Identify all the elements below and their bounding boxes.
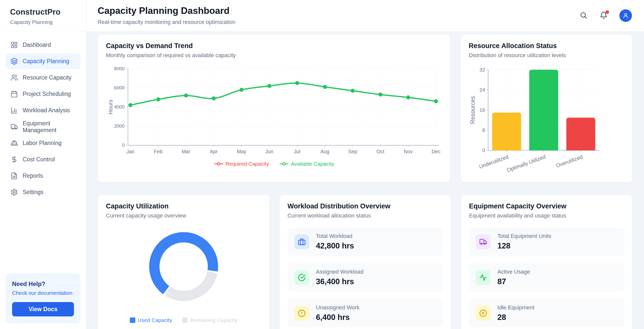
- data-point: [406, 95, 410, 99]
- search-button[interactable]: [579, 11, 588, 20]
- check-circle-icon: [294, 270, 309, 285]
- x-tick-label: Aug: [320, 149, 329, 154]
- pause-circle-icon: [476, 306, 491, 321]
- data-point: [129, 103, 133, 107]
- stat-unassigned-work: Unassigned Work 6,400 hrs: [288, 299, 443, 327]
- legend-available-capacity[interactable]: Available Capacity: [279, 161, 334, 167]
- file-icon: [11, 172, 18, 179]
- data-point: [323, 85, 327, 89]
- notifications-button[interactable]: [599, 11, 608, 20]
- sidebar-item-labor-planning[interactable]: Labor Planning: [6, 135, 80, 151]
- sidebar-item-resource-capacity[interactable]: Resource Capacity: [6, 70, 80, 86]
- sidebar-item-project-scheduling[interactable]: Project Scheduling: [6, 86, 80, 102]
- notification-dot: [606, 10, 609, 14]
- activity-icon: [476, 270, 491, 285]
- y-tick-label: 4000: [114, 104, 125, 109]
- data-point: [184, 94, 188, 98]
- y-axis-label: Hours: [107, 100, 114, 114]
- sidebar-item-workload-analysis[interactable]: Workload Analysis: [6, 102, 80, 118]
- x-tick-label: Feb: [154, 149, 163, 154]
- header-text: Capacity Planning Dashboard Real-time ca…: [98, 6, 235, 25]
- sidebar-item-dashboard[interactable]: Dashboard: [6, 37, 80, 53]
- x-tick-label: Jul: [294, 149, 300, 154]
- stat-value: 128: [497, 241, 551, 250]
- y-tick-label: 2000: [114, 123, 125, 129]
- data-point: [267, 84, 271, 88]
- y-tick-label: 24: [479, 87, 485, 93]
- card-subtitle: Current capacity usage overview: [106, 212, 261, 219]
- y-tick-label: 0: [122, 142, 125, 148]
- card-subtitle: Distribution of resource utilization lev…: [469, 52, 624, 59]
- card-title: Capacity vs Demand Trend: [106, 42, 442, 50]
- y-tick-label: 32: [479, 67, 485, 72]
- app-root: ConstructPro Capacity Planning Dashboard…: [0, 0, 644, 329]
- sidebar-item-capacity-planning[interactable]: Capacity Planning: [6, 53, 80, 69]
- stat-label: Unassigned Work: [316, 304, 359, 311]
- data-point: [378, 93, 382, 97]
- capacity-utilization-card: Capacity Utilization Current capacity us…: [98, 195, 270, 329]
- view-docs-button[interactable]: View Docs: [12, 302, 74, 316]
- sidebar-item-equipment-management[interactable]: Equipment Management: [6, 119, 80, 135]
- sidebar-item-label: Workload Analysis: [23, 107, 70, 114]
- stat-label: Total Equipment Units: [497, 233, 551, 239]
- legend-used-capacity[interactable]: Used Capacity: [130, 317, 172, 323]
- bar-chart: 08162432ResourcesUnderutilizedOptimally …: [469, 65, 624, 175]
- legend-swatch: [182, 317, 188, 323]
- x-tick-label: Sep: [348, 149, 357, 154]
- legend-required-capacity[interactable]: Required Capacity: [214, 161, 269, 167]
- data-point: [295, 81, 299, 85]
- app-logo: ConstructPro Capacity Planning: [0, 0, 86, 32]
- truck-icon: [11, 123, 18, 130]
- x-tick-label: Jan: [126, 149, 134, 154]
- sidebar-item-label: Resource Capacity: [23, 74, 71, 81]
- gear-icon: [11, 189, 18, 196]
- help-title: Need Help?: [12, 280, 74, 287]
- card-title: Workload Distribution Overview: [288, 202, 443, 210]
- stat-value: 87: [497, 277, 530, 286]
- stat-total-equipment: Total Equipment Units 128: [469, 228, 624, 256]
- users-icon: [11, 74, 18, 81]
- card-subtitle: Current workload allocation status: [288, 212, 443, 219]
- data-point: [351, 89, 355, 93]
- y-tick-label: 8: [482, 127, 485, 133]
- layers-icon: [11, 58, 18, 65]
- sidebar: ConstructPro Capacity Planning Dashboard…: [0, 0, 86, 329]
- data-point: [434, 99, 438, 103]
- card-subtitle: Monthly comparison of required vs availa…: [106, 52, 442, 59]
- dashboard-content: Capacity vs Demand Trend Monthly compari…: [86, 32, 644, 329]
- dollar-icon: [11, 156, 18, 163]
- y-axis-label: Resources: [469, 96, 476, 124]
- stat-value: 36,400 hrs: [316, 277, 364, 286]
- user-avatar[interactable]: [619, 9, 632, 22]
- sidebar-item-label: Equipment Management: [23, 120, 75, 134]
- stat-idle-equipment: Idle Equipment 28: [469, 299, 624, 327]
- x-tick-label: Apr: [210, 149, 218, 154]
- donut-hole: [159, 242, 208, 291]
- card-title: Equipment Capacity Overview: [469, 202, 624, 210]
- sidebar-item-label: Settings: [23, 189, 44, 196]
- legend-marker: [214, 162, 223, 166]
- search-icon: [580, 11, 587, 19]
- x-tick-label: Nov: [404, 149, 413, 154]
- calendar-icon: [11, 90, 18, 98]
- header: Capacity Planning Dashboard Real-time ca…: [86, 0, 644, 32]
- header-actions: [579, 9, 632, 22]
- data-point: [212, 96, 216, 100]
- legend-remaining-capacity[interactable]: Remaining Capacity: [182, 317, 237, 323]
- donut-legend: Used CapacityRemaining Capacity: [106, 317, 261, 323]
- series-line: [131, 83, 436, 105]
- hard-hat-icon: [11, 139, 18, 147]
- app-name: ConstructPro: [10, 8, 76, 17]
- data-point: [156, 97, 160, 101]
- sidebar-item-reports[interactable]: Reports: [6, 168, 80, 184]
- user-icon: [622, 12, 629, 19]
- sidebar-item-cost-control[interactable]: Cost Control: [6, 152, 80, 167]
- sidebar-item-settings[interactable]: Settings: [6, 184, 80, 200]
- bar-overutilized: [566, 118, 595, 150]
- page-subtitle: Real-time capacity monitoring and resour…: [98, 19, 235, 25]
- data-point: [239, 88, 244, 92]
- y-tick-label: 6000: [114, 85, 125, 90]
- bar-chart-icon: [11, 107, 18, 114]
- sidebar-item-label: Cost Control: [23, 156, 55, 163]
- help-subtitle: Check our documentation: [12, 290, 74, 296]
